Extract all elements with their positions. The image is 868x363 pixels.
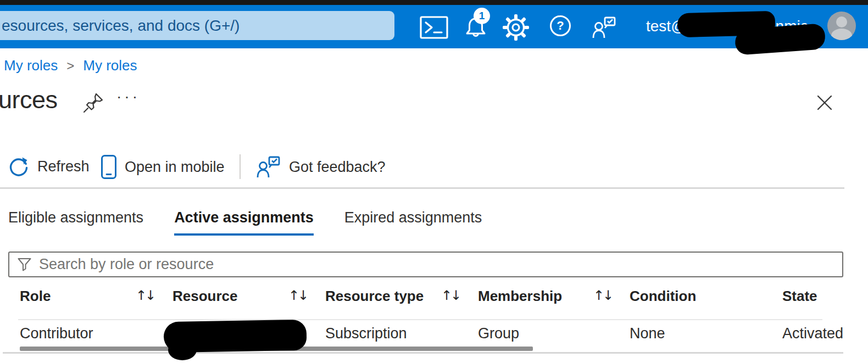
pin-button[interactable] [82,92,104,114]
tab-expired-assignments[interactable]: Expired assignments [344,209,482,236]
toolbar-divider [240,154,241,179]
sort-icon-resource-type[interactable]: ↑↓ [441,288,460,303]
close-blade-button[interactable] [815,93,834,112]
breadcrumb-item-my-roles[interactable]: My roles [4,57,58,74]
more-options-icon: ··· [116,88,140,105]
filter-funnel-icon [17,257,32,272]
refresh-label: Refresh [37,158,90,175]
cell-condition: None [630,325,665,342]
sort-icon-membership[interactable]: ↑↓ [593,288,612,303]
settings-button[interactable] [501,13,531,42]
cell-role[interactable]: Contributor [20,325,93,342]
breadcrumb-separator: > [66,58,74,74]
open-in-mobile-button[interactable]: Open in mobile [101,154,225,180]
redaction-mark-resource-cell-drip [168,339,197,360]
account-avatar[interactable] [827,12,856,40]
breadcrumb: My roles > My roles [4,57,137,74]
close-icon [815,93,834,112]
feedback-button[interactable] [592,16,617,39]
refresh-button[interactable]: Refresh [8,155,90,177]
mobile-phone-icon [101,154,117,180]
column-header-resource-type[interactable]: Resource type [325,288,424,305]
question-icon: ? [557,19,564,33]
terminal-icon [420,16,448,39]
global-search-input[interactable] [0,11,394,40]
person-chat-icon [256,155,281,178]
notification-count-badge: 1 [474,8,490,24]
got-feedback-label: Got feedback? [289,159,386,176]
browser-chrome-strip [0,0,868,5]
tab-eligible-assignments[interactable]: Eligible assignments [8,209,143,236]
page-title: urces [0,86,58,114]
person-chat-icon [592,16,617,39]
cell-resource-type: Subscription [325,325,407,342]
sort-icon-role[interactable]: ↑↓ [136,288,154,303]
pin-icon [82,92,104,114]
open-in-mobile-label: Open in mobile [125,159,225,176]
toolbar-bottom-divider [0,187,844,189]
breadcrumb-item-my-roles-2[interactable]: My roles [83,57,137,74]
avatar-body-shape [831,29,852,40]
tab-active-assignments[interactable]: Active assignments [174,209,314,236]
cloud-shell-button[interactable] [420,16,448,39]
assignment-tabs: Eligible assignments Active assignments … [8,209,482,236]
gear-icon [501,13,531,42]
role-search-input[interactable] [39,256,837,273]
cell-membership: Group [478,325,519,342]
table-bottom-border [3,352,843,354]
sort-icon-resource[interactable]: ↑↓ [288,288,307,303]
got-feedback-button[interactable]: Got feedback? [256,155,386,178]
avatar-head-shape [836,16,847,27]
column-header-role[interactable]: Role [20,288,51,305]
column-header-resource[interactable]: Resource [173,288,238,305]
column-header-state[interactable]: State [782,288,817,305]
redaction-mark-directory [735,23,826,55]
role-search-box[interactable] [8,252,843,277]
help-button[interactable]: ? [550,15,571,36]
more-options-button[interactable]: ··· [116,88,140,105]
cell-state: Activated [782,325,843,342]
refresh-icon [8,155,30,177]
column-header-membership[interactable]: Membership [478,288,562,305]
column-header-condition[interactable]: Condition [630,288,696,305]
table-row-top-border [18,319,822,320]
